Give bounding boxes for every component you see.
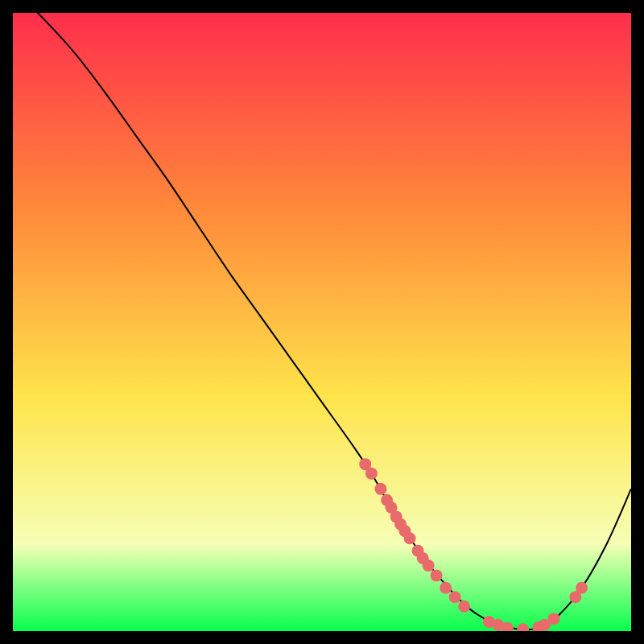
- bottleneck-chart: [13, 13, 631, 631]
- curve-marker: [440, 582, 452, 594]
- curve-marker: [458, 601, 470, 613]
- curve-marker: [576, 582, 588, 594]
- curve-marker: [548, 613, 560, 625]
- curve-marker: [365, 468, 378, 480]
- curve-marker: [431, 569, 443, 581]
- curve-marker: [404, 532, 416, 544]
- curve-marker: [374, 483, 386, 495]
- curve-marker: [423, 559, 435, 572]
- curve-marker: [449, 591, 461, 603]
- chart-frame: TheBottleneck.com: [13, 13, 631, 631]
- gradient-background: [13, 13, 631, 631]
